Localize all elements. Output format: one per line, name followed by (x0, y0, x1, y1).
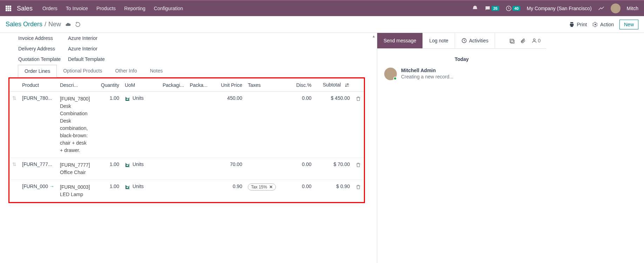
cloud-save-icon[interactable] (65, 21, 71, 27)
message-body: Creating a new record... (401, 74, 453, 79)
activities-button[interactable]: 40 (506, 5, 520, 12)
followers-count: 0 (538, 38, 541, 43)
tab-order-lines[interactable]: Order Lines (18, 65, 57, 77)
quantity-cell[interactable]: 1.00 (93, 158, 122, 180)
discount-cell[interactable]: 0.00 (280, 180, 314, 202)
delivery-address-label: Delivery Address (18, 46, 68, 51)
open-link-icon[interactable]: → (49, 184, 54, 189)
attach-icon[interactable] (520, 37, 526, 43)
user-name[interactable]: Mitch (627, 6, 638, 11)
top-menu: Orders To Invoice Products Reporting Con… (42, 6, 183, 11)
attachments-stack-icon[interactable] (509, 37, 515, 43)
table-row[interactable]: [FURN_000 →[FURN_0003] LED Lamp1.00Units… (9, 180, 364, 202)
delete-row-icon[interactable] (353, 92, 364, 158)
description-cell[interactable]: [FURN_7777] Office Chair (57, 158, 93, 180)
product-cell[interactable]: [FURN_780... (19, 92, 57, 158)
followers-button[interactable]: 0 (531, 38, 541, 43)
breadcrumb: Sales Orders / New (6, 21, 61, 28)
quantity-cell[interactable]: 1.00 (93, 92, 122, 158)
description-cell[interactable]: [FURN_7800] Desk CombinationDesk combina… (57, 92, 93, 158)
drag-handle-icon[interactable]: ⇅ (12, 95, 16, 101)
tab-other-info[interactable]: Other Info (108, 64, 143, 77)
col-subtotal[interactable]: Subtotal (314, 78, 353, 92)
menu-products[interactable]: Products (96, 6, 116, 11)
chatter-panel: Send message Log note Activities 0 Today (377, 33, 546, 263)
taxes-cell[interactable] (245, 92, 280, 158)
menu-orders[interactable]: Orders (42, 6, 57, 11)
col-quantity[interactable]: Quantity (93, 78, 122, 92)
col-taxes[interactable]: Taxes (245, 78, 280, 92)
product-input[interactable]: [FURN_000 → (22, 184, 54, 189)
breadcrumb-root[interactable]: Sales Orders (6, 21, 42, 28)
new-button[interactable]: New (619, 20, 638, 29)
discount-cell[interactable]: 0.00 (280, 158, 314, 180)
apps-icon[interactable] (6, 6, 11, 11)
col-packaging-qty[interactable]: Packa... (187, 78, 210, 92)
menu-configuration[interactable]: Configuration (154, 6, 183, 11)
messages-button[interactable]: 26 (484, 5, 499, 12)
remove-tag-icon[interactable]: ✕ (269, 185, 273, 189)
activities-tab-label: Activities (469, 38, 488, 43)
quantity-cell[interactable]: 1.00 (93, 180, 122, 202)
uom-cell[interactable]: Units (122, 180, 160, 202)
chart-icon (125, 184, 130, 189)
log-note-button[interactable]: Log note (423, 33, 455, 48)
invoice-address-label: Invoice Address (18, 35, 68, 41)
table-row[interactable]: ⇅[FURN_777...[FURN_7777] Office Chair1.0… (9, 158, 364, 180)
description-cell[interactable]: [FURN_0003] LED Lamp (57, 180, 93, 202)
send-message-button[interactable]: Send message (377, 33, 423, 48)
col-unit-price[interactable]: Unit Price (210, 78, 245, 92)
menu-reporting[interactable]: Reporting (124, 6, 145, 11)
tab-notes[interactable]: Notes (143, 64, 170, 77)
breadcrumb-current: New (48, 21, 61, 28)
drag-handle-icon[interactable]: ⇅ (12, 161, 16, 167)
unit-price-cell[interactable]: 70.00 (210, 158, 245, 180)
svg-point-5 (534, 39, 535, 41)
app-name[interactable]: Sales (17, 5, 33, 12)
message-avatar (384, 68, 397, 80)
tax-tag[interactable]: Tax 15% ✕ (248, 184, 276, 191)
message-item: Mitchell Admin Creating a new record... (384, 68, 539, 80)
columns-icon[interactable] (344, 82, 350, 88)
menu-to-invoice[interactable]: To Invoice (66, 6, 88, 11)
svg-point-2 (347, 84, 348, 85)
unit-price-cell[interactable]: 450.00 (210, 92, 245, 158)
chart-icon (125, 161, 130, 167)
company-switcher[interactable]: My Company (San Francisco) (527, 6, 591, 11)
unit-price-cell[interactable]: 0.90 (210, 180, 245, 202)
delete-row-icon[interactable] (353, 180, 364, 202)
delete-row-icon[interactable] (353, 158, 364, 180)
col-packaging[interactable]: Packagi... (160, 78, 187, 92)
tab-optional-products[interactable]: Optional Products (56, 64, 109, 77)
product-cell[interactable]: [FURN_777... (19, 158, 57, 180)
uom-cell[interactable]: Units (122, 92, 160, 158)
control-panel: Sales Orders / New Print Action New (0, 16, 644, 33)
subtotal-cell: $ 450.00 (314, 92, 353, 158)
discard-icon[interactable] (75, 21, 81, 27)
breadcrumb-sep: / (45, 21, 46, 28)
user-avatar[interactable] (611, 4, 621, 13)
quotation-template-field[interactable]: Default Template (68, 56, 105, 62)
activities-tab-button[interactable]: Activities (455, 33, 495, 48)
taxes-cell[interactable]: Tax 15% ✕ (245, 180, 280, 202)
col-product[interactable]: Product (19, 78, 57, 92)
uom-cell[interactable]: Units (122, 158, 160, 180)
tray-icon[interactable] (472, 5, 478, 12)
chart-icon (125, 95, 130, 101)
action-button[interactable]: Action (592, 22, 614, 27)
col-disc[interactable]: Disc.% (280, 78, 314, 92)
print-label: Print (577, 22, 587, 27)
print-button[interactable]: Print (569, 22, 587, 27)
delivery-address-field[interactable]: Azure Interior (68, 46, 97, 51)
scroll-up-caret[interactable]: ▲ (372, 34, 375, 38)
svg-point-3 (345, 86, 346, 87)
discount-cell[interactable]: 0.00 (280, 92, 314, 158)
invoice-address-field[interactable]: Azure Interior (68, 35, 97, 41)
col-description[interactable]: Descri... (57, 78, 93, 92)
table-row[interactable]: ⇅[FURN_780...[FURN_7800] Desk Combinatio… (9, 92, 364, 158)
date-separator: Today (384, 56, 539, 62)
subtotal-cell: $ 70.00 (314, 158, 353, 180)
debug-icon[interactable] (598, 5, 604, 12)
taxes-cell[interactable] (245, 158, 280, 180)
col-uom[interactable]: UoM (122, 78, 160, 92)
